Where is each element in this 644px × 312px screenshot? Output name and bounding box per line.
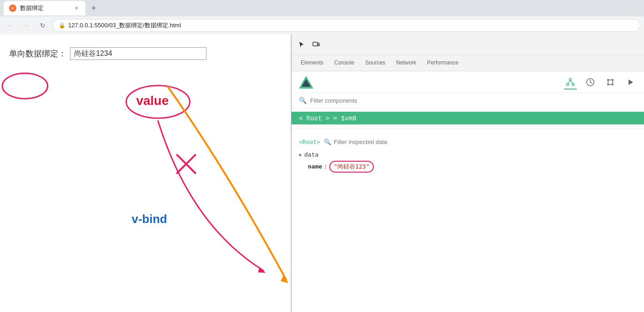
svg-line-16 <box>570 81 573 84</box>
svg-point-21 <box>612 84 614 85</box>
tab-network[interactable]: Network <box>391 55 422 71</box>
vue-logo <box>299 76 313 89</box>
devtools-tabs: Elements Console Sources Network Perform… <box>292 55 644 71</box>
inspect-element-button[interactable] <box>295 38 308 51</box>
page-label: 单向数据绑定： <box>9 48 66 59</box>
browser-tab[interactable]: V 数据绑定 × <box>4 1 86 15</box>
address-bar-row: ← → ↻ 🔒 127.0.0.1:5500/03_数据绑定/数据绑定.html <box>0 16 644 35</box>
svg-marker-2 <box>281 275 288 283</box>
svg-line-4 <box>177 155 195 173</box>
device-toolbar-button[interactable] <box>310 38 322 51</box>
svg-point-13 <box>567 83 569 85</box>
page-content: 单向数据绑定： value v-bind <box>0 35 291 312</box>
tab-performance[interactable]: Performance <box>422 55 464 71</box>
tab-elements[interactable]: Elements <box>295 55 329 71</box>
svg-point-0 <box>126 85 190 118</box>
svg-line-3 <box>177 155 195 173</box>
svg-point-18 <box>607 79 609 81</box>
svg-line-15 <box>568 81 570 84</box>
vuex-icon-button[interactable] <box>604 76 617 89</box>
main-area: 单向数据绑定： value v-bind <box>0 35 644 312</box>
data-section-row: ▼ data <box>299 150 637 159</box>
svg-point-20 <box>607 84 609 85</box>
lock-icon: 🔒 <box>59 22 65 29</box>
tab-bar: V 数据绑定 × + <box>0 0 644 16</box>
colon: : <box>324 163 327 170</box>
forward-button[interactable]: → <box>20 19 33 32</box>
back-button[interactable]: ← <box>4 19 16 32</box>
root-component-label: < Root > = $vm0 <box>299 114 356 122</box>
svg-point-12 <box>569 78 572 80</box>
tab-sources[interactable]: Sources <box>360 55 391 71</box>
expand-arrow[interactable]: ▼ <box>299 153 302 158</box>
svg-point-1 <box>2 73 48 99</box>
filter-data-bar: 🔍 <box>324 139 425 145</box>
data-label: data <box>304 151 318 158</box>
vue-header-icons <box>564 76 637 89</box>
timeline-icon-button[interactable] <box>584 76 597 89</box>
tab-favicon: V <box>9 5 16 12</box>
svg-point-14 <box>572 83 574 85</box>
filter-data-input[interactable] <box>334 139 425 145</box>
svg-marker-5 <box>258 267 266 273</box>
search-icon: 🔍 <box>299 97 307 104</box>
devtools-panel: Elements Console Sources Network Perform… <box>291 35 644 312</box>
root-component-item[interactable]: < Root > = $vm0 <box>292 112 644 124</box>
url-text: 127.0.0.1:5500/03_数据绑定/数据绑定.html <box>68 21 181 30</box>
data-section-header: <Root> 🔍 <box>292 136 644 148</box>
search-data-icon: 🔍 <box>324 139 331 145</box>
component-list: < Root > = $vm0 <box>292 108 644 129</box>
tab-close-button[interactable]: × <box>73 5 80 12</box>
svg-point-19 <box>612 79 614 81</box>
vue-header <box>292 71 644 93</box>
name-key: name <box>308 163 322 170</box>
svg-rect-9 <box>318 43 319 46</box>
name-data-row: name : "尚硅谷123" <box>299 159 637 174</box>
root-label: <Root> <box>299 139 320 145</box>
browser-chrome: V 数据绑定 × + ← → ↻ 🔒 127.0.0.1:5500/03_数据绑… <box>0 0 644 35</box>
svg-marker-26 <box>629 79 633 85</box>
vue-devtools: 🔍 < Root > = $vm0 <Root> 🔍 <box>292 71 644 312</box>
annotation-overlay: value v-bind <box>0 35 291 312</box>
filter-components-input[interactable] <box>310 97 637 104</box>
data-input[interactable] <box>70 47 206 60</box>
router-icon-button[interactable] <box>624 76 637 89</box>
svg-text:v-bind: v-bind <box>132 213 167 225</box>
data-tree: ▼ data name : "尚硅谷123" <box>292 148 644 176</box>
svg-text:value: value <box>136 94 169 108</box>
devtools-toolbar <box>292 35 644 55</box>
new-tab-button[interactable]: + <box>87 2 100 15</box>
address-bar[interactable]: 🔒 127.0.0.1:5500/03_数据绑定/数据绑定.html <box>53 19 640 32</box>
reload-button[interactable]: ↻ <box>36 19 49 32</box>
filter-components-bar: 🔍 <box>292 93 644 108</box>
tab-console[interactable]: Console <box>329 55 360 71</box>
tab-title: 数据绑定 <box>20 4 44 12</box>
name-value: "尚硅谷123" <box>329 161 374 173</box>
component-tree-icon-button[interactable] <box>564 76 577 89</box>
svg-rect-8 <box>313 42 317 46</box>
